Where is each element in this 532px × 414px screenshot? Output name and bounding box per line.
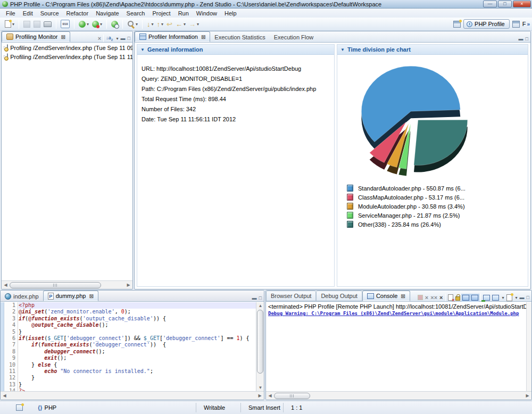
save-all-button[interactable] — [32, 19, 41, 29]
other-perspective-icon[interactable] — [512, 21, 520, 28]
search-button[interactable]: ▾ — [126, 19, 139, 29]
time-division-header[interactable]: ▼ Time division pie chart — [337, 45, 528, 55]
editor-hscrollbar[interactable]: ◀ ▶ — [1, 391, 264, 400]
perspective-label: PHP Profile — [475, 21, 505, 27]
maximize-button[interactable]: □ — [498, 1, 512, 7]
menu-search[interactable]: Search — [123, 10, 149, 17]
maximize-view-icon[interactable]: □ — [526, 36, 528, 42]
back-history-button[interactable]: ↩ — [165, 19, 173, 29]
remove-all-launches-icon[interactable]: ×× — [430, 294, 437, 301]
close-icon[interactable]: ⊠ — [61, 34, 65, 40]
close-icon[interactable]: ⊠ — [401, 293, 405, 299]
perspective-chevron[interactable]: » — [527, 21, 530, 27]
close-button[interactable]: × — [513, 1, 531, 7]
forward-button[interactable]: →▾ — [188, 19, 200, 29]
scroll-lock-icon[interactable] — [455, 296, 460, 301]
delete-session-icon[interactable]: × — [98, 35, 101, 42]
maximize-view-icon[interactable]: □ — [527, 294, 529, 301]
arrow-down-icon: ↓ — [147, 21, 151, 28]
profiling-session-item[interactable]: ▷Profiling /ZendServer/index.php (Tue Se… — [2, 52, 132, 61]
minimize-button[interactable]: — — [483, 1, 497, 7]
show-console-on-error-icon[interactable] — [471, 295, 478, 301]
scroll-right-icon[interactable]: ▶ — [124, 283, 132, 287]
console-output[interactable]: <terminated> PHP Profile [Remote PHP Lau… — [266, 302, 526, 391]
language-indicator: ⟨⟩ PHP — [38, 404, 56, 411]
scroll-up-icon[interactable]: ▲ — [256, 302, 264, 308]
open-perspective-icon[interactable] — [453, 21, 461, 28]
tab-profiler-information[interactable]: Profiler Information ⊠ — [135, 31, 210, 42]
minimize-view-icon[interactable]: ▬ — [520, 294, 525, 301]
scroll-left-icon[interactable]: ◀ — [266, 393, 274, 398]
menu-run[interactable]: Run — [174, 10, 193, 17]
terminate-all-icon[interactable]: × — [439, 294, 443, 301]
console-hscrollbar[interactable]: ◀ ▶ — [266, 391, 531, 400]
new-console-icon[interactable] — [506, 294, 512, 301]
profiling-session-item[interactable]: ▷Profiling /ZendServer/index.php (Tue Se… — [2, 43, 132, 52]
minimize-view-icon[interactable]: ▬ — [519, 36, 523, 42]
show-console-on-output-icon[interactable] — [462, 295, 469, 301]
profiling-monitor-hscrollbar[interactable]: ◀ ▶ — [2, 280, 132, 289]
menu-project[interactable]: Project — [148, 10, 174, 17]
profile-010-icon: 010 — [61, 20, 70, 28]
last-edit-location-button[interactable]: ↓▾ — [146, 19, 155, 29]
back-button[interactable]: ←▾ — [174, 19, 187, 29]
fast-view-icon[interactable] — [16, 404, 23, 411]
collapse-arrow-icon: ▼ — [140, 47, 145, 52]
menu-source[interactable]: Source — [37, 10, 63, 17]
scroll-right-icon[interactable]: ▶ — [523, 393, 531, 398]
scroll-left-icon[interactable]: ◀ — [2, 283, 10, 287]
tab-dummy-php[interactable]: P dummy.php ⊠ — [43, 291, 98, 301]
tab-console[interactable]: Console ⊠ — [362, 291, 410, 301]
tab-execution-flow[interactable]: Execution Flow — [270, 32, 318, 42]
print-button[interactable] — [43, 19, 53, 29]
console-warning-link[interactable]: Debug Warning: C:\Program Files (x86)\Ze… — [266, 310, 526, 316]
remove-launch-icon[interactable]: × — [425, 294, 428, 301]
editor-vscrollbar[interactable]: ▲ ▼ — [256, 302, 264, 391]
tab-debug-output[interactable]: Debug Output — [316, 291, 362, 301]
menu-navigate[interactable]: Navigate — [92, 10, 122, 17]
maximize-view-icon[interactable]: □ — [259, 295, 262, 301]
tab-index-php[interactable]: index.php — [1, 291, 43, 301]
scroll-right-icon[interactable]: ▶ — [256, 393, 264, 398]
menu-help[interactable]: Help — [221, 10, 240, 17]
php-profile-perspective-button[interactable]: PHP Profile — [463, 19, 510, 29]
save-button[interactable] — [22, 19, 31, 29]
scroll-thumb[interactable] — [257, 310, 263, 374]
new-wizard-button[interactable]: ▾ — [4, 19, 15, 29]
scroll-thumb[interactable] — [10, 282, 101, 288]
clear-console-icon[interactable] — [448, 294, 453, 301]
terminate-icon[interactable] — [418, 295, 423, 300]
tab-browser-output[interactable]: Browser Output — [266, 291, 316, 301]
minimize-view-icon[interactable]: ▬ — [121, 35, 126, 42]
close-icon[interactable]: ⊠ — [201, 34, 205, 40]
legend-swatch — [347, 212, 353, 219]
line-number: 4 — [4, 322, 15, 328]
open-console-icon[interactable] — [483, 295, 490, 301]
tab-execution-statistics[interactable]: Execution Statistics — [210, 32, 269, 42]
scroll-thumb[interactable] — [274, 393, 310, 399]
console-vscrollbar[interactable] — [526, 302, 531, 391]
menu-file[interactable]: File — [2, 10, 19, 17]
sort-sessions-icon[interactable]: ↓az — [106, 35, 113, 42]
tab-profiling-monitor[interactable]: Profiling Monitor ⊠ — [2, 31, 70, 42]
maximize-view-icon[interactable]: □ — [128, 35, 130, 42]
minimize-view-icon[interactable]: ▬ — [252, 295, 257, 301]
profile-dialog-button[interactable]: 010 — [60, 19, 71, 29]
menu-edit[interactable]: Edit — [19, 10, 37, 17]
run-button[interactable]: ▾ — [91, 19, 103, 29]
legend-swatch — [347, 194, 353, 201]
menu-refactor[interactable]: Refactor — [63, 10, 93, 17]
profile-url-button[interactable] — [110, 19, 119, 29]
close-icon[interactable]: ⊠ — [89, 293, 93, 299]
menu-window[interactable]: Window — [193, 10, 221, 17]
code-editor[interactable]: 123456789101112131415 <?php@ini_set('zen… — [1, 302, 256, 391]
next-annotation-button[interactable]: ↑▾ — [156, 19, 165, 29]
scroll-left-icon[interactable]: ◀ — [1, 393, 9, 398]
scroll-down-icon[interactable]: ▼ — [256, 385, 264, 390]
general-information-header[interactable]: ▼ General information — [137, 45, 334, 55]
pie-chart-legend: StandardAutoloader.php - 550.87 ms (6...… — [347, 184, 528, 229]
code-area[interactable]: <?php@ini_set('zend_monitor.enable', 0);… — [19, 302, 256, 391]
pie-slice-Other(338) — [414, 120, 468, 165]
debug-button[interactable]: ▾ — [78, 19, 90, 29]
display-console-icon[interactable] — [492, 295, 499, 301]
